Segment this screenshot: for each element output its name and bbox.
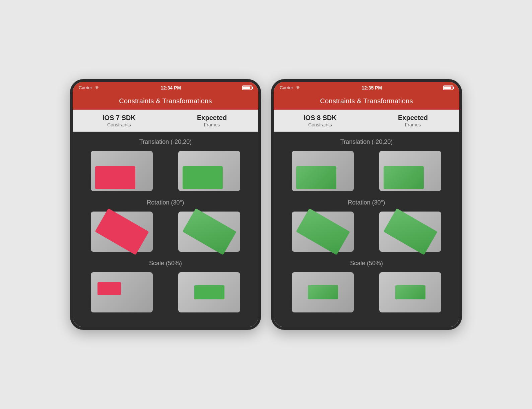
demo-row-rotation-ios8	[279, 212, 454, 252]
section-translation-ios8: Translation (-20,20)	[279, 138, 454, 191]
demo-row-scale-ios8	[279, 272, 454, 312]
status-bar-ios8: Carrier 12:35 PM	[274, 82, 459, 94]
canvas-trans-right-ios7	[178, 151, 240, 191]
battery-fill	[243, 86, 250, 89]
phone-ios8: Carrier 12:35 PM Constraints & Transform…	[271, 79, 462, 330]
inner-rect-scale-left-ios7	[97, 282, 121, 295]
tab-sub-ios7-right: Frames	[168, 122, 256, 128]
canvas-trans-right-ios8	[379, 151, 441, 191]
canvas-rot-right-ios7	[178, 212, 240, 252]
rot-left-ios8	[292, 212, 354, 252]
main-content-ios8: Translation (-20,20) Rotat	[274, 132, 459, 327]
inner-rect-trans-right-ios8	[384, 166, 424, 189]
tab-main-ios8-left: iOS 8 SDK	[276, 114, 364, 122]
inner-rect-trans-left-ios8	[296, 166, 336, 189]
status-left: Carrier	[79, 85, 99, 90]
scale-right-ios7	[178, 272, 240, 312]
battery-container	[242, 85, 252, 90]
trans-right-ios8	[379, 151, 441, 191]
tab-ios8-left[interactable]: iOS 8 SDK Constraints	[274, 110, 367, 132]
tab-sub-ios8-right: Frames	[369, 122, 457, 128]
inner-rect-scale-right-ios8	[395, 285, 425, 299]
inner-rect-scale-right-ios7	[194, 285, 224, 299]
demo-row-scale-ios7	[78, 272, 253, 312]
canvas-scale-left-ios8	[292, 272, 354, 312]
scale-right-ios8	[379, 272, 441, 312]
carrier-label-ios8: Carrier	[280, 85, 293, 90]
main-content-ios7: Translation (-20,20) Rotat	[73, 132, 258, 327]
section-scale-ios7: Scale (50%)	[78, 260, 253, 312]
canvas-scale-right-ios7	[178, 272, 240, 312]
section-title-scale-ios8: Scale (50%)	[279, 260, 454, 267]
status-left-ios8: Carrier	[280, 85, 301, 90]
wifi-icon-ios8	[295, 86, 301, 90]
status-bar-ios7: Carrier 12:34 PM	[73, 82, 258, 94]
battery-icon-ios8	[443, 85, 453, 90]
header-tabs-ios7: iOS 7 SDK Constraints Expected Frames	[73, 110, 258, 132]
page-wrapper: Carrier 12:34 PM Constraints & Transform…	[60, 69, 472, 340]
time-label-ios7: 12:34 PM	[161, 85, 181, 91]
inner-rect-trans-right-ios7	[183, 166, 223, 189]
section-title-translation-ios7: Translation (-20,20)	[78, 138, 253, 145]
phone-ios7: Carrier 12:34 PM Constraints & Transform…	[70, 79, 261, 330]
inner-rect-trans-left-ios7	[95, 166, 135, 189]
tab-main-ios7-right: Expected	[168, 114, 256, 122]
section-scale-ios8: Scale (50%)	[279, 260, 454, 312]
canvas-rot-left-ios7	[91, 212, 153, 252]
tab-sub-ios8-left: Constraints	[276, 122, 364, 128]
time-label-ios8: 12:35 PM	[362, 85, 382, 91]
nav-title-ios7: Constraints & Transformations	[119, 97, 212, 105]
canvas-trans-left-ios8	[292, 151, 354, 191]
nav-bar-ios7: Constraints & Transformations	[73, 94, 258, 110]
scale-left-ios7	[91, 272, 153, 312]
tab-main-ios8-right: Expected	[369, 114, 457, 122]
demo-row-translation-ios7	[78, 151, 253, 191]
battery-fill-ios8	[444, 86, 451, 89]
inner-rect-rot-right-ios8	[383, 209, 437, 255]
trans-left-ios8	[292, 151, 354, 191]
tab-ios7-right[interactable]: Expected Frames	[165, 110, 258, 132]
canvas-trans-left-ios7	[91, 151, 153, 191]
inner-rect-rot-left-ios8	[296, 209, 350, 255]
canvas-scale-left-ios7	[91, 272, 153, 312]
inner-rect-scale-left-ios8	[308, 285, 338, 299]
section-title-translation-ios8: Translation (-20,20)	[279, 138, 454, 145]
section-title-rotation-ios7: Rotation (30°)	[78, 199, 253, 206]
rot-right-ios8	[379, 212, 441, 252]
canvas-scale-right-ios8	[379, 272, 441, 312]
canvas-rot-left-ios8	[292, 212, 354, 252]
nav-bar-ios8: Constraints & Transformations	[274, 94, 459, 110]
battery-container-ios8	[443, 85, 453, 90]
nav-title-ios8: Constraints & Transformations	[320, 97, 413, 105]
section-title-rotation-ios8: Rotation (30°)	[279, 199, 454, 206]
rot-left-ios7	[91, 212, 153, 252]
battery-icon	[242, 85, 252, 90]
inner-rect-rot-right-ios7	[182, 209, 236, 255]
inner-rect-rot-left-ios7	[95, 209, 149, 255]
section-translation-ios7: Translation (-20,20)	[78, 138, 253, 191]
tab-ios7-left[interactable]: iOS 7 SDK Constraints	[73, 110, 165, 132]
wifi-icon	[94, 86, 99, 90]
trans-left-ios7	[91, 151, 153, 191]
rot-right-ios7	[178, 212, 240, 252]
demo-row-translation-ios8	[279, 151, 454, 191]
scale-left-ios8	[292, 272, 354, 312]
section-rotation-ios7: Rotation (30°)	[78, 199, 253, 252]
carrier-label: Carrier	[79, 85, 92, 90]
section-rotation-ios8: Rotation (30°)	[279, 199, 454, 252]
trans-right-ios7	[178, 151, 240, 191]
tab-ios8-right[interactable]: Expected Frames	[367, 110, 459, 132]
section-title-scale-ios7: Scale (50%)	[78, 260, 253, 267]
demo-row-rotation-ios7	[78, 212, 253, 252]
tab-sub-ios7-left: Constraints	[75, 122, 163, 128]
header-tabs-ios8: iOS 8 SDK Constraints Expected Frames	[274, 110, 459, 132]
tab-main-ios7-left: iOS 7 SDK	[75, 114, 163, 122]
canvas-rot-right-ios8	[379, 212, 441, 252]
